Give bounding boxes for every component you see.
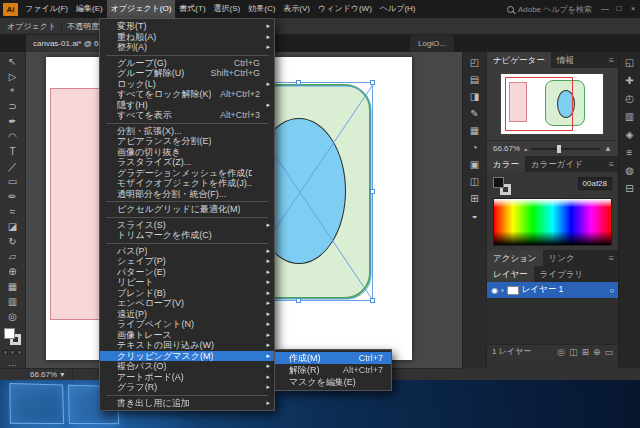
menu-item[interactable]: [106, 395, 268, 396]
menu-item[interactable]: ブレンド(B): [100, 288, 274, 299]
dock-panel-icon[interactable]: ◍: [625, 165, 634, 176]
dock-panel-icon[interactable]: ◱: [625, 57, 634, 68]
menubar-item[interactable]: ヘルプ(H): [376, 0, 420, 18]
menu-item[interactable]: [106, 55, 268, 56]
fill-swatch[interactable]: [493, 177, 504, 188]
menubar-item[interactable]: 表示(V): [279, 0, 314, 18]
menu-item[interactable]: [106, 217, 268, 218]
menu-item[interactable]: テキストの回り込み(W): [100, 340, 274, 351]
zoom-in-icon[interactable]: ▲: [604, 144, 612, 153]
dock-panel-icon[interactable]: ◴: [625, 93, 634, 104]
panel-tab[interactable]: ライブラリ: [534, 266, 590, 282]
visibility-eye-icon[interactable]: ◉: [491, 286, 498, 295]
zoom-tool-icon[interactable]: ◎: [2, 309, 24, 324]
expand-chevron-icon[interactable]: ›: [501, 286, 504, 295]
make-mask-icon[interactable]: ◫: [569, 347, 578, 357]
eraser-tool-icon[interactable]: ◪: [2, 219, 24, 234]
menu-item[interactable]: リピート: [100, 277, 274, 288]
rotate-tool-icon[interactable]: ↻: [2, 234, 24, 249]
zoom-dropdown-icon[interactable]: ▾: [60, 370, 64, 379]
fill-stroke-swatches[interactable]: [4, 328, 22, 346]
type-tool-icon[interactable]: T: [2, 144, 24, 159]
color-button[interactable]: [3, 350, 8, 355]
menu-item[interactable]: ロック(L): [100, 79, 274, 90]
menu-item[interactable]: 書き出し用に追加: [100, 398, 274, 409]
menu-item[interactable]: モザイクオブジェクトを作成(J)...: [100, 178, 274, 189]
gradient-tool-icon[interactable]: ▥: [2, 294, 24, 309]
menubar-item[interactable]: 選択(S): [210, 0, 245, 18]
collapsed-panel-icon[interactable]: ▤: [470, 74, 479, 85]
menu-item[interactable]: アートボード(A): [100, 372, 274, 383]
menu-item[interactable]: すべてを表示 Alt+Ctrl+3: [100, 110, 274, 121]
close-button[interactable]: ×: [626, 0, 640, 18]
panel-menu-icon[interactable]: ≡: [605, 52, 618, 68]
panel-tab[interactable]: アクション: [487, 250, 543, 266]
menu-item[interactable]: スライス(S): [100, 220, 274, 231]
menu-item[interactable]: 画像トレース: [100, 330, 274, 341]
dock-panel-icon[interactable]: ◈: [626, 129, 634, 140]
locate-object-icon[interactable]: ◎: [557, 347, 565, 357]
menu-item[interactable]: ライブペイント(N): [100, 319, 274, 330]
shaper-tool-icon[interactable]: ≈: [2, 204, 24, 219]
panel-tab[interactable]: カラー: [487, 156, 525, 172]
zoom-slider-thumb[interactable]: [557, 145, 561, 153]
menu-item[interactable]: [106, 201, 268, 202]
menu-item[interactable]: 分割・拡張(X)...: [100, 126, 274, 137]
menu-item[interactable]: グラデーションメッシュを作成(D)...: [100, 168, 274, 179]
collapsed-panel-icon[interactable]: ◫: [470, 176, 479, 187]
menu-item[interactable]: エンベロープ(V): [100, 298, 274, 309]
lasso-tool-icon[interactable]: ⊃: [2, 99, 24, 114]
menu-item[interactable]: すべてをロック解除(K) Alt+Ctrl+2: [100, 89, 274, 100]
color-spectrum[interactable]: [493, 198, 612, 246]
submenu-item[interactable]: 解除(R) Alt+Ctrl+7: [275, 364, 391, 376]
menu-item[interactable]: クリッピングマスク(M): [100, 351, 274, 362]
layer-target-icon[interactable]: ○: [609, 286, 614, 295]
pen-tool-icon[interactable]: ✒: [2, 114, 24, 129]
menubar-item[interactable]: 編集(E): [72, 0, 107, 18]
collapsed-panel-icon[interactable]: ✎: [470, 108, 478, 119]
menu-item[interactable]: 重ね順(A): [100, 32, 274, 43]
shape-builder-tool-icon[interactable]: ⊕: [2, 264, 24, 279]
navigator-proxy-view-box[interactable]: [505, 77, 573, 131]
menu-item[interactable]: トリムマークを作成(C): [100, 230, 274, 241]
menubar-item[interactable]: 書式(T): [175, 0, 209, 18]
zoom-slider[interactable]: [531, 148, 600, 150]
dock-panel-icon[interactable]: ≡: [627, 147, 633, 158]
panel-menu-icon[interactable]: ≡: [605, 156, 618, 172]
collapsed-panel-icon[interactable]: ◒: [471, 210, 477, 221]
submenu-item[interactable]: マスクを編集(E): [275, 376, 391, 388]
magic-wand-tool-icon[interactable]: ＊: [2, 84, 24, 99]
menu-item[interactable]: 整列(A): [100, 42, 274, 53]
selection-tool-icon[interactable]: ↖: [2, 54, 24, 69]
dock-panel-icon[interactable]: ▥: [625, 111, 634, 122]
dock-panel-icon[interactable]: ✚: [625, 75, 633, 86]
menu-item[interactable]: 複合パス(O): [100, 361, 274, 372]
panel-menu-icon[interactable]: ≡: [605, 250, 618, 266]
dock-panel-icon[interactable]: ⊟: [625, 183, 633, 194]
color-fill-stroke-swatches[interactable]: [493, 177, 513, 195]
minimize-button[interactable]: —: [598, 0, 612, 18]
menu-item[interactable]: ラスタライズ(Z)...: [100, 157, 274, 168]
menubar-item[interactable]: ウィンドウ(W): [314, 0, 376, 18]
menu-item[interactable]: 透明部分を分割・統合(F)...: [100, 189, 274, 200]
menu-item[interactable]: パス(P): [100, 246, 274, 257]
menu-item[interactable]: 変形(T): [100, 21, 274, 32]
layer-row[interactable]: ◉ › レイヤー 1 ○: [487, 282, 618, 298]
collapsed-panel-icon[interactable]: ▣: [470, 159, 479, 170]
menu-item[interactable]: 遠近(P): [100, 309, 274, 320]
navigator-zoom-value[interactable]: 66.67%: [493, 144, 520, 153]
restore-button[interactable]: □: [612, 0, 626, 18]
collapsed-panel-icon[interactable]: ⊞: [470, 193, 478, 204]
panel-tab[interactable]: リンク: [543, 250, 581, 266]
menu-item[interactable]: 画像の切り抜き: [100, 147, 274, 158]
rectangle-tool-icon[interactable]: ▭: [2, 174, 24, 189]
menu-item[interactable]: [106, 243, 268, 244]
selection-handle[interactable]: [370, 298, 375, 303]
selection-handle[interactable]: [296, 298, 301, 303]
menu-item[interactable]: アピアランスを分割(E): [100, 136, 274, 147]
submenu-item[interactable]: 作成(M) Ctrl+7: [275, 352, 391, 364]
panel-tab[interactable]: 情報: [551, 52, 580, 68]
fill-swatch[interactable]: [4, 328, 15, 339]
secondary-document-tab[interactable]: LogiO...: [410, 35, 454, 52]
gradient-button[interactable]: [10, 350, 15, 355]
